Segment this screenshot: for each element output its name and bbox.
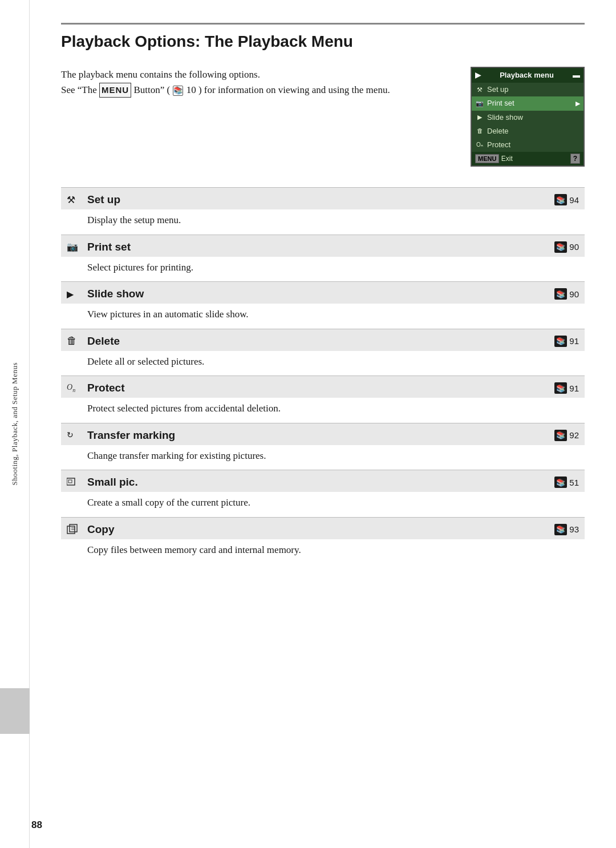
table-row: ↻ Transfer marking 📚 92 Change transfer … — [61, 423, 585, 470]
lcd-menu-btn: MENU — [475, 154, 499, 163]
lcd-item-delete: 🗑 Delete — [472, 124, 583, 138]
protect-ref-num: 91 — [569, 383, 579, 393]
transfer-ref: 📚 92 — [554, 430, 579, 441]
protect-desc: Protect selected pictures from accidenta… — [61, 398, 585, 423]
lcd-header-dash: ▬ — [573, 70, 580, 80]
printset-ref-num: 90 — [569, 242, 579, 252]
printset-icon: 📷 — [67, 241, 87, 252]
slideshow-ref: 📚 90 — [554, 288, 579, 300]
slideshow-name: Slide show — [87, 288, 554, 300]
setup-ref-num: 94 — [569, 195, 579, 205]
slideshow-ref-num: 90 — [569, 289, 579, 299]
table-row: Small pic. 📚 51 Create a small copy of t… — [61, 470, 585, 517]
menu-keyword: MENU — [99, 83, 131, 98]
sidebar-tab: Shooting, Playback, and Setup Menus — [0, 0, 30, 848]
lcd-setup-icon: ⚒ — [475, 86, 484, 94]
lcd-help-btn: ? — [570, 154, 580, 164]
slideshow-icon: ▶ — [67, 289, 87, 300]
menu-item-header-slideshow: ▶ Slide show 📚 90 — [61, 282, 585, 304]
lcd-printset-icon: 📷 — [475, 99, 484, 108]
lcd-delete-icon: 🗑 — [475, 127, 484, 135]
lcd-menu: ▶ Playback menu ▬ ⚒ Set up 📷 Print set ▶… — [471, 67, 585, 167]
protect-ref: 📚 91 — [554, 382, 579, 394]
copy-desc: Copy files between memory card and inter… — [61, 539, 585, 564]
lcd-footer: MENU Exit ? — [472, 152, 583, 165]
lcd-footer-content: MENU Exit — [475, 155, 513, 163]
transfer-name: Transfer marking — [87, 429, 554, 442]
copy-name: Copy — [87, 523, 554, 536]
page-title: Playback Options: The Playback Menu — [61, 23, 585, 51]
smallpic-ref-book: 📚 — [554, 477, 567, 488]
printset-name: Print set — [87, 241, 554, 253]
copy-ref: 📚 93 — [554, 524, 579, 535]
table-row: On Protect 📚 91 Protect selected picture… — [61, 375, 585, 423]
lcd-item-protect: Oₙ Protect — [472, 138, 583, 152]
menu-item-header-copy: Copy 📚 93 — [61, 518, 585, 539]
lcd-exit-label: Exit — [501, 155, 513, 163]
lcd-printset-label: Print set — [487, 98, 573, 108]
menu-item-header-transfer: ↻ Transfer marking 📚 92 — [61, 423, 585, 445]
smallpic-icon — [67, 477, 87, 487]
lcd-playback-icon: ▶ — [475, 70, 481, 80]
protect-ref-book: 📚 — [554, 382, 567, 394]
intro-button-text: Button” ( — [133, 84, 170, 95]
transfer-ref-num: 92 — [569, 430, 579, 440]
setup-icon: ⚒ — [67, 194, 87, 206]
lcd-protect-icon: Oₙ — [475, 141, 484, 149]
smallpic-desc: Create a small copy of the current pictu… — [61, 492, 585, 517]
ref-icon-1: 📚 — [173, 86, 183, 96]
sidebar-label: Shooting, Playback, and Setup Menus — [10, 362, 19, 485]
table-row: Copy 📚 93 Copy files between memory card… — [61, 517, 585, 564]
protect-name: Protect — [87, 382, 554, 394]
delete-icon: 🗑 — [67, 335, 87, 347]
delete-ref-book: 📚 — [554, 336, 567, 347]
setup-name: Set up — [87, 193, 554, 206]
smallpic-name: Small pic. — [87, 476, 554, 488]
menu-item-header-printset: 📷 Print set 📚 90 — [61, 235, 585, 257]
printset-ref: 📚 90 — [554, 241, 579, 253]
intro-section: The playback menu contains the following… — [61, 67, 585, 167]
printset-ref-book: 📚 — [554, 241, 567, 253]
svg-rect-0 — [67, 478, 75, 485]
table-row: ▶ Slide show 📚 90 View pictures in an au… — [61, 281, 585, 329]
table-row: 🗑 Delete 📚 91 Delete all or selected pic… — [61, 329, 585, 376]
setup-ref: 📚 94 — [554, 194, 579, 205]
lcd-item-setup: ⚒ Set up — [472, 83, 583, 96]
lcd-header: ▶ Playback menu ▬ — [472, 68, 583, 83]
lcd-slideshow-icon: ▶ — [475, 113, 484, 122]
sidebar-gray-block — [0, 688, 30, 734]
copy-icon — [67, 524, 87, 535]
delete-desc: Delete all or selected pictures. — [61, 351, 585, 376]
menu-item-header-setup: ⚒ Set up 📚 94 — [61, 188, 585, 209]
menu-item-header-protect: On Protect 📚 91 — [61, 376, 585, 398]
slideshow-desc: View pictures in an automatic slide show… — [61, 304, 585, 329]
lcd-header-label: Playback menu — [500, 70, 554, 80]
slideshow-ref-book: 📚 — [554, 288, 567, 300]
intro-see-text: See “The — [61, 84, 99, 95]
transfer-desc: Change transfer marking for existing pic… — [61, 445, 585, 470]
setup-ref-book: 📚 — [554, 194, 567, 205]
lcd-slideshow-label: Slide show — [487, 112, 580, 123]
smallpic-ref: 📚 51 — [554, 477, 579, 488]
main-content: Playback Options: The Playback Menu The … — [30, 0, 616, 848]
protect-icon: On — [67, 383, 87, 393]
page-number: 88 — [31, 819, 42, 831]
menu-item-header-smallpic: Small pic. 📚 51 — [61, 470, 585, 492]
intro-ref-num: 10 — [187, 84, 196, 95]
table-row: ⚒ Set up 📚 94 Display the setup menu. — [61, 187, 585, 235]
transfer-icon: ↻ — [67, 430, 87, 440]
table-row: 📷 Print set 📚 90 Select pictures for pri… — [61, 235, 585, 282]
delete-ref: 📚 91 — [554, 336, 579, 347]
lcd-protect-label: Protect — [487, 140, 580, 150]
transfer-ref-book: 📚 — [554, 430, 567, 441]
smallpic-ref-num: 51 — [569, 478, 579, 487]
intro-paragraph-1: The playback menu contains the following… — [61, 67, 453, 82]
lcd-printset-arrow: ▶ — [576, 99, 580, 108]
menu-items-table: ⚒ Set up 📚 94 Display the setup menu. 📷 … — [61, 187, 585, 564]
lcd-item-printset: 📷 Print set ▶ — [472, 96, 583, 110]
svg-rect-1 — [68, 480, 72, 483]
copy-ref-num: 93 — [569, 524, 579, 534]
intro-paragraph-2: See “The MENU Button” ( 📚 10 ) for infor… — [61, 82, 453, 98]
intro-text-end: ) for information on viewing and using t… — [198, 84, 390, 95]
intro-text: The playback menu contains the following… — [61, 67, 453, 167]
